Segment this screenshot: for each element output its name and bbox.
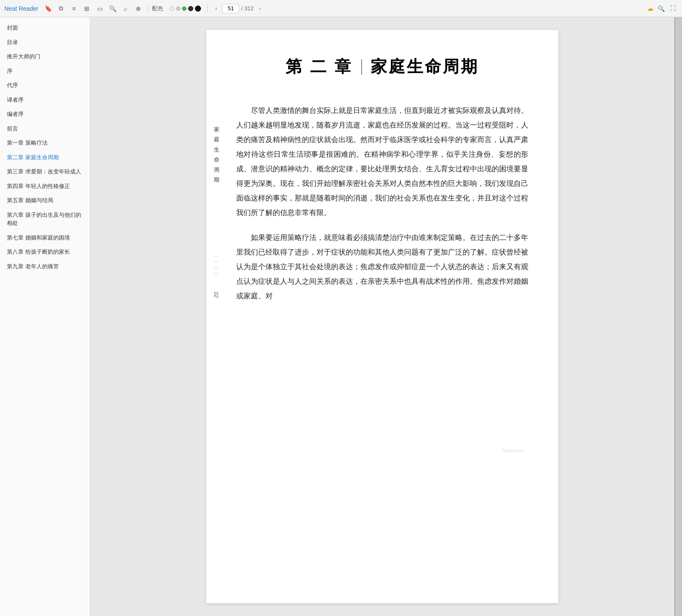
sidebar-item-ch8[interactable]: 第八章 给孩子断奶的家长 <box>0 245 90 259</box>
bookmark-icon[interactable]: 🔖 <box>43 4 53 13</box>
v-char-5: 周 <box>214 165 220 175</box>
vertical-chapter-label: 家 庭 生 命 周 期 <box>214 124 220 185</box>
add-icon[interactable]: ⊕ <box>134 4 143 13</box>
dot-light[interactable] <box>176 6 180 11</box>
dot-dark2[interactable] <box>195 6 201 12</box>
sidebar-item-translator[interactable]: 译者序 <box>0 93 90 107</box>
dot-white[interactable] <box>170 6 174 11</box>
separator-1 <box>147 5 148 12</box>
right-toolbar: ☁ 🔍 ⛶ <box>647 4 678 13</box>
paragraph-1: 尽管人类激情的舞台实际上就是日常家庭生活，但直到最近才被实际观察及认真对待。人们… <box>236 103 528 220</box>
main-area: 封面 目录 推开大师的门 序 代序 译者序 编者序 前言 第一章 策略疗法 第二… <box>0 17 682 616</box>
sidebar: 封面 目录 推开大师的门 序 代序 译者序 编者序 前言 第一章 策略疗法 第二… <box>0 17 90 616</box>
v-char-6: 期 <box>214 175 220 185</box>
sidebar-item-ch1[interactable]: 第一章 策略疗法 <box>0 136 90 150</box>
chapter-divider-icon <box>361 59 362 75</box>
sidebar-item-ch3[interactable]: 第三章 求爱期：改变年轻成人 <box>0 164 90 179</box>
fullscreen-icon[interactable]: ⛶ <box>668 4 678 13</box>
sidebar-item-dai-xu[interactable]: 代序 <box>0 78 90 93</box>
paragraph-2-text: 如果要运用策略疗法，就意味着必须搞清楚治疗中由谁来制定策略。在过去的二十多年里我… <box>236 231 528 303</box>
paragraph-2: 如果要运用策略疗法，就意味着必须搞清楚治疗中由谁来制定策略。在过去的二十多年里我… <box>236 231 528 303</box>
v-char-3: 生 <box>214 145 220 155</box>
next-page-button[interactable]: › <box>256 4 264 13</box>
copy-icon[interactable]: ⧉ <box>56 4 66 13</box>
chapter-prefix: 第 二 章 <box>286 56 352 78</box>
sidebar-item-toc[interactable]: 目录 <box>0 35 90 50</box>
sidebar-item-ch6[interactable]: 第六章 孩子的出生及与他们的相处 <box>0 208 90 231</box>
v-char-4: 命 <box>214 155 220 164</box>
sidebar-item-ch7[interactable]: 第七章 婚姻和家庭的困境 <box>0 231 90 245</box>
sidebar-item-ch4[interactable]: 第四章 年轻人的性格修正 <box>0 179 90 194</box>
sidebar-item-preface-master[interactable]: 推开大师的门 <box>0 49 90 64</box>
right-edge-decoration <box>674 17 682 616</box>
menu-icon[interactable]: ≡ <box>69 4 79 13</box>
search-icon-right[interactable]: 🔍 <box>656 4 666 13</box>
dot-green[interactable] <box>182 6 186 11</box>
toolbar: Neat Reader 🔖 ⧉ ≡ ⊞ ▭ 🔍 ⌕ ⊕ 配色 ‹ / 312 ›… <box>0 0 682 17</box>
page-total: 312 <box>244 5 254 12</box>
vertical-dashes: ———— <box>214 253 218 276</box>
separator-2 <box>207 5 207 12</box>
chapter-heading: 第 二 章 家庭生命周期 <box>236 56 528 78</box>
watermark: hayona.cn <box>502 448 524 453</box>
page-number-vertical: 02 <box>213 292 219 297</box>
dot-dark1[interactable] <box>188 6 193 11</box>
search-icon-large[interactable]: ⌕ <box>121 4 130 13</box>
sidebar-item-cover[interactable]: 封面 <box>0 21 90 35</box>
app-title: Neat Reader <box>4 5 38 12</box>
prev-page-button[interactable]: ‹ <box>212 4 220 13</box>
v-char-1: 家 <box>214 124 220 134</box>
page-separator: / <box>241 5 243 12</box>
search-icon-small[interactable]: 🔍 <box>108 4 117 13</box>
sidebar-item-foreword[interactable]: 前言 <box>0 121 90 136</box>
sidebar-item-editor[interactable]: 编者序 <box>0 107 90 121</box>
page-content: 家 庭 生 命 周 期 ———— 02 第 二 章 家庭生命周期 hayona.… <box>206 30 558 603</box>
cloud-icon[interactable]: ☁ <box>647 4 654 12</box>
color-label: 配色 <box>152 5 163 12</box>
sidebar-item-ch2[interactable]: 第二章 家庭生命周期 <box>0 150 90 165</box>
paragraph-1-text: 尽管人类激情的舞台实际上就是日常家庭生活，但直到最近才被实际观察及认真对待。人们… <box>236 103 528 220</box>
v-char-2: 庭 <box>214 134 220 144</box>
sidebar-item-xu[interactable]: 序 <box>0 64 90 79</box>
panel-icon[interactable]: ▭ <box>95 4 104 13</box>
page-navigation: ‹ / 312 › <box>212 4 264 13</box>
grid-icon[interactable]: ⊞ <box>82 4 91 13</box>
sidebar-item-ch9[interactable]: 第九章 老年人的痛苦 <box>0 259 90 274</box>
book-area[interactable]: 家 庭 生 命 周 期 ———— 02 第 二 章 家庭生命周期 hayona.… <box>90 17 674 616</box>
chapter-title: 家庭生命周期 <box>371 56 479 78</box>
sidebar-item-ch5[interactable]: 第五章 婚姻与结局 <box>0 193 90 208</box>
color-dots <box>170 6 201 12</box>
page-number-input[interactable] <box>222 4 239 13</box>
